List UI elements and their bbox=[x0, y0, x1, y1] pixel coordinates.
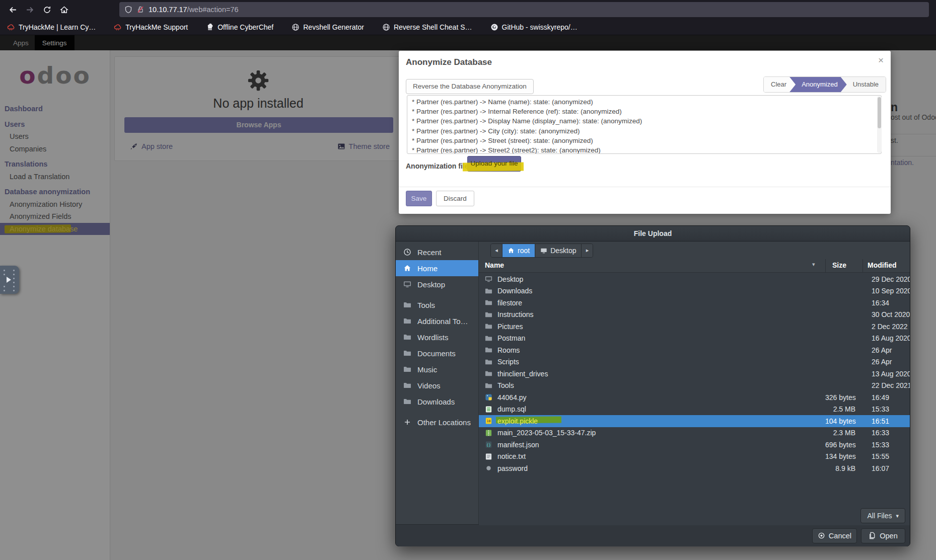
sidebar-item-home[interactable]: Home bbox=[396, 260, 478, 276]
file-row-notice-txt[interactable]: notice.txt134 bytes15:55 bbox=[479, 451, 910, 463]
anonymization-log[interactable]: * Partner (res.partner) -> Name (name): … bbox=[407, 95, 882, 154]
back-icon[interactable] bbox=[4, 2, 21, 17]
file-row-desktop[interactable]: Desktop29 Dec 2020 bbox=[479, 273, 910, 285]
file-name-text: Scripts bbox=[497, 358, 519, 366]
folder-icon bbox=[485, 287, 492, 295]
save-button[interactable]: Save bbox=[406, 191, 432, 206]
file-row-44064-py[interactable]: 44064.py326 bytes16:49 bbox=[479, 391, 910, 404]
file-name: dump.sql bbox=[497, 405, 526, 413]
bookmark-label: Revshell Generator bbox=[303, 23, 364, 31]
sidebar-item-desktop[interactable]: Desktop bbox=[396, 276, 478, 292]
file-row-downloads[interactable]: Downloads10 Sep 2020 bbox=[479, 285, 910, 297]
file-name-text: main_2023-05-03_15-33-47.zip bbox=[497, 429, 596, 437]
sidebar-item-recent[interactable]: Recent bbox=[396, 244, 478, 260]
home-icon[interactable] bbox=[55, 2, 73, 17]
insecure-lock-icon[interactable] bbox=[136, 6, 145, 14]
file-modified: 15:33 bbox=[859, 405, 910, 413]
folder-icon bbox=[403, 301, 411, 309]
status-pill-anonymized[interactable]: Anonymized bbox=[789, 77, 847, 92]
forward-icon[interactable] bbox=[21, 2, 38, 17]
sidebar-item-downloads[interactable]: Downloads bbox=[396, 393, 478, 410]
file-type-filter[interactable]: All Files ▾ bbox=[860, 508, 905, 523]
file-modified: 26 Apr bbox=[859, 346, 910, 354]
column-size[interactable]: Size bbox=[832, 261, 846, 269]
file-row-rooms[interactable]: Rooms26 Apr bbox=[479, 344, 910, 356]
file-name-text: dump.sql bbox=[497, 405, 526, 413]
file-row-tools[interactable]: Tools22 Dec 2021 bbox=[479, 380, 910, 392]
file-name: Tools bbox=[497, 381, 514, 389]
sidebar-item-videos[interactable]: Videos bbox=[396, 377, 478, 393]
sidebar-item-label: Wordlists bbox=[417, 333, 448, 342]
file-row-main-2023-05-03-15-33-47-zip[interactable]: main_2023-05-03_15-33-47.zip2.3 MB16:33 bbox=[479, 427, 910, 439]
sidebar-item-documents[interactable]: Documents bbox=[396, 345, 478, 361]
sidebar-item-other-locations[interactable]: Other Locations bbox=[396, 414, 478, 430]
file-list-header: Name ▾ Size Modified bbox=[479, 259, 910, 273]
file-name-cell: Instructions bbox=[479, 310, 825, 318]
desktop-icon bbox=[485, 275, 492, 283]
sidebar-item-label: Music bbox=[417, 365, 437, 374]
scrollbar-thumb[interactable] bbox=[878, 97, 881, 128]
screen-share-tab[interactable] bbox=[0, 266, 19, 294]
file-row-manifest-json[interactable]: {}manifest.json696 bytes15:33 bbox=[479, 439, 910, 451]
path-scroll-left-icon[interactable]: ◂ bbox=[491, 244, 502, 257]
bookmark-tryhackme-learn-cy[interactable]: TryHackMe | Learn Cy… bbox=[7, 23, 96, 31]
column-divider[interactable] bbox=[862, 259, 863, 272]
breadcrumb-root[interactable]: root bbox=[502, 244, 535, 257]
file-name: 44064.py bbox=[497, 393, 527, 402]
status-pill-clear[interactable]: Clear bbox=[764, 77, 796, 92]
column-name[interactable]: Name bbox=[485, 261, 504, 269]
file-row-pictures[interactable]: Pictures2 Dec 2022 bbox=[479, 321, 910, 333]
bookmark-revshell-generator[interactable]: Revshell Generator bbox=[292, 23, 364, 31]
status-pill-unstable[interactable]: Unstable bbox=[841, 77, 886, 92]
column-divider[interactable] bbox=[825, 259, 826, 272]
file-row-dump-sql[interactable]: dump.sql2.5 MB15:33 bbox=[479, 404, 910, 416]
home-icon bbox=[508, 247, 515, 254]
sidebar-item-label: Tools bbox=[417, 301, 435, 309]
close-icon[interactable]: × bbox=[878, 55, 884, 66]
file-name: main_2023-05-03_15-33-47.zip bbox=[497, 429, 596, 437]
file-row-thinclient-drives[interactable]: thinclient_drives13 Aug 2020 bbox=[479, 368, 910, 380]
file-row-exploit-pickle[interactable]: 10exploit.pickle104 bytes16:51 bbox=[479, 415, 910, 427]
file-name-cell: Pictures bbox=[479, 323, 825, 331]
log-line: * Partner (res.partner) -> Street2 (stre… bbox=[412, 145, 871, 154]
open-button[interactable]: Open bbox=[861, 528, 905, 543]
file-modified: 16:34 bbox=[859, 299, 910, 307]
reload-icon[interactable] bbox=[38, 2, 55, 17]
file-row-scripts[interactable]: Scripts26 Apr bbox=[479, 356, 910, 368]
discard-button[interactable]: Discard bbox=[436, 191, 474, 206]
log-scrollbar[interactable] bbox=[877, 96, 882, 153]
file-name: Scripts bbox=[497, 358, 519, 366]
url-path: /web#action=76 bbox=[187, 6, 239, 14]
sidebar-item-tools[interactable]: Tools bbox=[396, 297, 478, 313]
file-name: thinclient_drives bbox=[497, 370, 548, 378]
bookmark-offline-cyberchef[interactable]: Offline CyberChef bbox=[206, 23, 273, 31]
folder-icon bbox=[485, 323, 492, 330]
file-row-postman[interactable]: Postman16 Aug 2020 bbox=[479, 333, 910, 345]
bookmark-github-swisskyrepo[interactable]: GitHub - swisskyrepo/… bbox=[490, 23, 578, 31]
tracking-shield-icon[interactable] bbox=[124, 6, 132, 14]
cancel-button[interactable]: Cancel bbox=[812, 528, 857, 543]
log-line: * Partner (res.partner) -> Internal Refe… bbox=[412, 107, 871, 116]
column-modified[interactable]: Modified bbox=[868, 261, 897, 269]
reverse-anonymization-tab[interactable]: Reverse the Database Anonymization bbox=[406, 79, 534, 94]
file-modified: 22 Dec 2021 bbox=[859, 381, 910, 389]
file-row-instructions[interactable]: Instructions30 Oct 2020 bbox=[479, 309, 910, 321]
file-size: 134 bytes bbox=[825, 452, 859, 460]
bookmark-reverse-shell-cheat-s[interactable]: Reverse Shell Cheat S… bbox=[382, 23, 472, 31]
folder-icon bbox=[403, 381, 411, 389]
file-name-cell: 44064.py bbox=[479, 393, 825, 402]
file-row-password[interactable]: password8.9 kB16:07 bbox=[479, 462, 910, 474]
file-name-cell: password bbox=[479, 464, 825, 472]
sidebar-item-music[interactable]: Music bbox=[396, 361, 478, 377]
bookmark-tryhackme-support[interactable]: TryHackMe Support bbox=[114, 23, 188, 31]
url-bar[interactable]: 10.10.77.17/web#action=76 bbox=[119, 2, 929, 17]
grip-dot bbox=[4, 274, 5, 275]
breadcrumb-desktop[interactable]: Desktop bbox=[535, 244, 582, 257]
sidebar-item-wordlists[interactable]: Wordlists bbox=[396, 329, 478, 345]
file-name-text: Desktop bbox=[497, 275, 523, 283]
sidebar-item-label: Downloads bbox=[417, 397, 455, 406]
file-row-filestore[interactable]: filestore16:34 bbox=[479, 297, 910, 309]
file-name-text: Downloads bbox=[497, 287, 532, 295]
sidebar-item-additional-to[interactable]: Additional To… bbox=[396, 313, 478, 329]
path-scroll-right-icon[interactable]: ▸ bbox=[582, 244, 593, 257]
